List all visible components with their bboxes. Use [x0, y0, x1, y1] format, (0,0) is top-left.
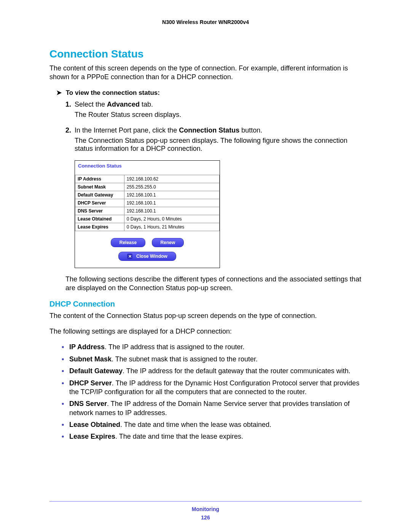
- release-button[interactable]: Release: [111, 238, 145, 247]
- task-arrow-icon: ➤: [56, 89, 64, 97]
- step-text: Select the: [75, 101, 107, 108]
- document-header: N300 Wireless Router WNR2000v4: [49, 19, 362, 25]
- bullet-bold: DNS Server: [69, 400, 107, 407]
- row-label: Subnet Mask: [75, 183, 124, 191]
- bullet-text: . The subnet mask that is assigned to th…: [112, 355, 258, 363]
- bullet-text: . The date and time when the lease was o…: [120, 421, 271, 428]
- section-title: Connection Status: [49, 48, 362, 60]
- after-popup-text: The following sections describe the diff…: [65, 275, 362, 293]
- close-icon: ✕: [127, 254, 132, 259]
- table-row: DHCP Server192.168.100.1: [75, 199, 220, 207]
- bullet-icon: •: [62, 379, 69, 397]
- bullet-bold: Lease Obtained: [69, 421, 120, 428]
- row-label: IP Address: [75, 175, 124, 183]
- bullet-text: . The IP address for the default gateway…: [123, 367, 350, 375]
- bullet-icon: •: [62, 432, 69, 441]
- step-item: 2. In the Internet Port pane, click the …: [65, 126, 362, 157]
- task-heading: ➤ To view the connection status:: [56, 89, 362, 97]
- table-row: IP Address192.168.100.62: [75, 175, 220, 183]
- bullet-bold: Lease Expires: [69, 433, 115, 440]
- bullet-text: . The date and time that the lease expir…: [115, 433, 243, 440]
- close-window-button[interactable]: ✕Close Window: [118, 252, 176, 261]
- dhcp-title: DHCP Connection: [49, 300, 362, 308]
- step-bold: Advanced: [107, 101, 140, 108]
- task-label: To view the connection status:: [66, 89, 160, 96]
- row-label: Lease Obtained: [75, 215, 124, 223]
- bullet-icon: •: [62, 343, 69, 351]
- step-text: button.: [239, 126, 262, 134]
- bullet-bold: Default Gateway: [69, 367, 123, 375]
- bullet-text: . The IP address for the Dynamic Host Co…: [69, 379, 359, 396]
- list-item: •IP Address. The IP address that is assi…: [62, 343, 362, 351]
- bullet-icon: •: [62, 399, 69, 417]
- bullet-bold: DHCP Server: [69, 379, 112, 387]
- step-text: tab.: [140, 101, 153, 108]
- step-paragraph: The Connection Status pop-up screen disp…: [75, 137, 362, 153]
- list-item: •Lease Expires. The date and time that t…: [62, 432, 362, 441]
- table-row: Subnet Mask255.255.255.0: [75, 183, 220, 191]
- list-item: •Lease Obtained. The date and time when …: [62, 420, 362, 429]
- dhcp-p2: The following settings are displayed for…: [49, 327, 362, 336]
- close-label: Close Window: [136, 254, 167, 259]
- table-row: Default Gateway192.168.100.1: [75, 191, 220, 199]
- footer-label: Monitoring: [49, 506, 362, 512]
- bullet-icon: •: [62, 355, 69, 364]
- table-row: Lease Expires0 Days, 1 Hours, 21 Minutes: [75, 223, 220, 231]
- step-number: 2.: [65, 126, 75, 157]
- dhcp-p1: The content of the Connection Status pop…: [49, 312, 362, 320]
- step-text: In the Internet Port pane, click the: [75, 126, 179, 134]
- popup-table: IP Address192.168.100.62 Subnet Mask255.…: [75, 175, 220, 231]
- list-item: •Default Gateway. The IP address for the…: [62, 367, 362, 375]
- row-label: Lease Expires: [75, 223, 124, 231]
- row-value: 192.168.100.1: [124, 191, 219, 199]
- row-value: 192.168.100.1: [124, 207, 219, 215]
- bullet-icon: •: [62, 367, 69, 375]
- step-paragraph: The Router Status screen displays.: [75, 111, 362, 119]
- row-value: 255.255.255.0: [124, 183, 219, 191]
- step-bold: Connection Status: [179, 126, 239, 134]
- row-value: 192.168.100.62: [124, 175, 219, 183]
- row-value: 0 Days, 1 Hours, 21 Minutes: [124, 223, 219, 231]
- page-footer: Monitoring 126: [49, 501, 362, 521]
- renew-button[interactable]: Renew: [152, 238, 184, 247]
- table-row: DNS Server192.168.100.1: [75, 207, 220, 215]
- connection-status-popup: Connection Status IP Address192.168.100.…: [75, 160, 220, 268]
- row-label: DHCP Server: [75, 199, 124, 207]
- bullet-text: . The IP address that is assigned to the…: [105, 343, 245, 351]
- list-item: •DNS Server. The IP address of the Domai…: [62, 399, 362, 417]
- row-value: 0 Days, 2 Hours, 0 Minutes: [124, 215, 219, 223]
- row-value: 192.168.100.1: [124, 199, 219, 207]
- bullet-bold: IP Address: [69, 343, 105, 351]
- bullet-icon: •: [62, 420, 69, 429]
- row-label: DNS Server: [75, 207, 124, 215]
- table-row: Lease Obtained0 Days, 2 Hours, 0 Minutes: [75, 215, 220, 223]
- bullet-bold: Subnet Mask: [69, 355, 112, 363]
- row-label: Default Gateway: [75, 191, 124, 199]
- section-intro: The content of this screen depends on th…: [49, 64, 362, 82]
- popup-title: Connection Status: [75, 163, 220, 175]
- step-item: 1. Select the Advanced tab. The Router S…: [65, 101, 362, 123]
- list-item: •DHCP Server. The IP address for the Dyn…: [62, 379, 362, 397]
- bullet-text: . The IP address of the Domain Name Serv…: [69, 400, 350, 416]
- step-number: 1.: [65, 101, 75, 123]
- footer-page-number: 126: [49, 514, 362, 521]
- list-item: •Subnet Mask. The subnet mask that is as…: [62, 355, 362, 364]
